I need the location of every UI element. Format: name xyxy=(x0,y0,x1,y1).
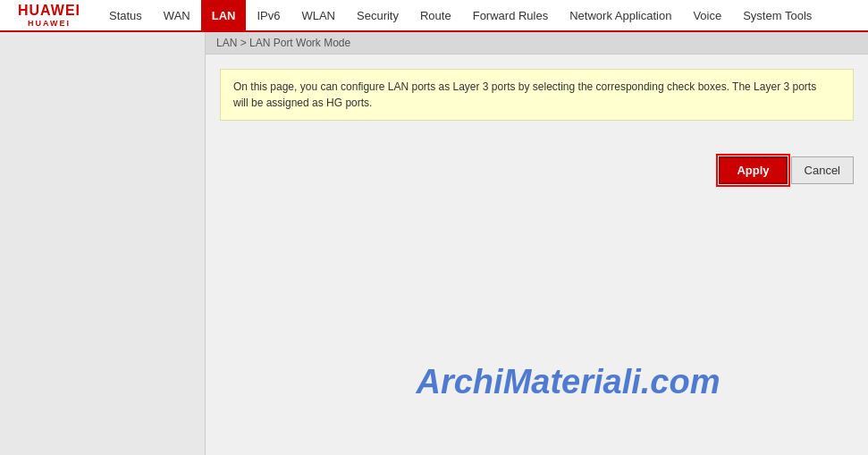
nav-item-network-application[interactable]: Network Application xyxy=(559,0,682,30)
nav-item-lan[interactable]: LAN xyxy=(201,0,247,30)
logo-sub: HUAWEI xyxy=(18,19,80,28)
cancel-button[interactable]: Cancel xyxy=(791,156,854,184)
logo-text: HUAWEI xyxy=(18,3,80,19)
info-text-line1: On this page, you can configure LAN port… xyxy=(233,80,816,93)
nav-item-route[interactable]: Route xyxy=(409,0,462,30)
nav-item-security[interactable]: Security xyxy=(346,0,409,30)
info-text-line2: will be assigned as HG ports. xyxy=(233,97,372,109)
nav-item-forward-rules[interactable]: Forward Rules xyxy=(462,0,560,30)
info-box: On this page, you can configure LAN port… xyxy=(220,69,854,121)
apply-button[interactable]: Apply xyxy=(719,156,787,184)
sidebar xyxy=(0,32,206,455)
nav-item-system-tools[interactable]: System Tools xyxy=(732,0,822,30)
main-content: LAN > LAN Port Work Mode On this page, y… xyxy=(206,32,868,455)
nav-item-wan[interactable]: WAN xyxy=(153,0,201,30)
logo-area: HUAWEI HUAWEI xyxy=(0,3,98,28)
breadcrumb: LAN > LAN Port Work Mode xyxy=(206,32,868,55)
nav-item-status[interactable]: Status xyxy=(98,0,153,30)
main-nav: StatusWANLANIPv6WLANSecurityRouteForward… xyxy=(98,0,822,30)
top-navigation: HUAWEI HUAWEI StatusWANLANIPv6WLANSecuri… xyxy=(0,0,868,32)
nav-item-wlan[interactable]: WLAN xyxy=(291,0,346,30)
button-row: Apply Cancel xyxy=(220,156,854,184)
nav-item-ipv6[interactable]: IPv6 xyxy=(246,0,291,30)
nav-item-voice[interactable]: Voice xyxy=(682,0,732,30)
